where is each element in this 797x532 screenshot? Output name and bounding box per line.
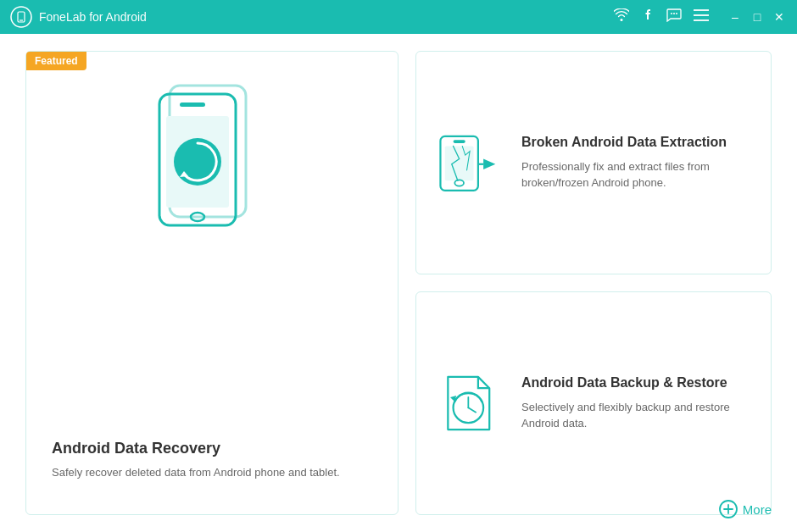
right-column: Broken Android Data Extraction Professio… (415, 51, 772, 515)
broken-android-text: Broken Android Data Extraction Professio… (521, 134, 750, 191)
svg-marker-20 (483, 159, 495, 169)
android-data-recovery-desc: Safely recover deleted data from Android… (52, 464, 372, 481)
android-data-recovery-text: Android Data Recovery Safely recover del… (43, 440, 381, 498)
backup-restore-text: Android Data Backup & Restore Selectivel… (521, 374, 750, 432)
more-circle-icon (719, 500, 738, 518)
android-data-recovery-title: Android Data Recovery (52, 440, 372, 457)
minimize-button[interactable]: – (727, 9, 743, 25)
broken-android-icon (437, 129, 504, 197)
svg-point-3 (671, 13, 672, 14)
android-data-recovery-card[interactable]: Featured Andro (25, 51, 398, 515)
backup-restore-icon (437, 369, 504, 437)
facebook-icon[interactable] (641, 8, 655, 25)
menu-icon[interactable] (694, 9, 709, 25)
featured-badge: Featured (26, 52, 86, 70)
wifi-icon[interactable] (614, 8, 629, 25)
backup-restore-desc: Selectively and flexibly backup and rest… (521, 399, 750, 432)
more-button[interactable]: More (719, 500, 772, 518)
app-logo (10, 6, 32, 28)
close-button[interactable]: ✕ (772, 9, 787, 25)
svg-line-24 (468, 407, 476, 412)
titlebar: FoneLab for Android (0, 0, 797, 34)
app-title: FoneLab for Android (39, 10, 147, 24)
svg-point-14 (174, 138, 221, 186)
backup-restore-title: Android Data Backup & Restore (521, 374, 750, 392)
chat-icon[interactable] (666, 8, 682, 25)
svg-point-19 (454, 180, 464, 186)
maximize-button[interactable]: □ (750, 9, 765, 25)
more-label: More (743, 502, 772, 517)
svg-rect-18 (454, 140, 465, 143)
svg-point-4 (673, 13, 675, 14)
titlebar-right: – □ ✕ (614, 8, 787, 25)
backup-restore-card[interactable]: Android Data Backup & Restore Selectivel… (415, 291, 772, 515)
broken-android-desc: Professionally fix and extract files fro… (521, 158, 750, 191)
svg-point-0 (11, 7, 31, 27)
main-content: Featured Andro (0, 34, 797, 532)
svg-rect-11 (180, 103, 205, 107)
broken-android-title: Broken Android Data Extraction (521, 134, 750, 152)
svg-point-5 (676, 13, 677, 14)
broken-android-card[interactable]: Broken Android Data Extraction Professio… (415, 51, 772, 274)
window-controls: – □ ✕ (727, 9, 787, 25)
titlebar-left: FoneLab for Android (10, 6, 147, 28)
recovery-illustration (144, 69, 280, 247)
